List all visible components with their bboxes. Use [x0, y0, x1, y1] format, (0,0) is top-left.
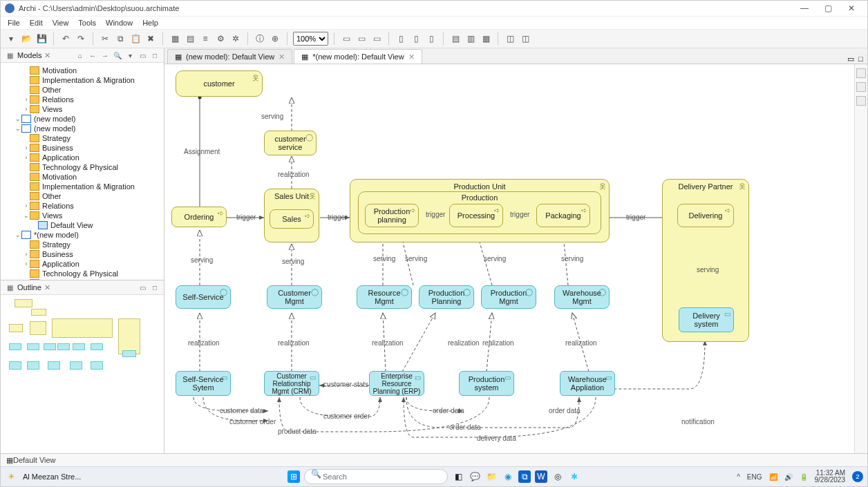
undo-icon[interactable]: ↶ [59, 32, 72, 45]
tree-item[interactable]: ›Business [1, 249, 164, 259]
maximize-button[interactable]: ▢ [816, 1, 840, 15]
close-button[interactable]: ✕ [840, 1, 863, 15]
menu-window[interactable]: Window [106, 19, 133, 27]
node-sales[interactable]: Sales➪ [270, 209, 314, 229]
tree-item[interactable]: Default View [1, 220, 164, 230]
tree-item[interactable]: ›Application [1, 259, 164, 269]
tree-item[interactable]: Other [1, 191, 164, 201]
open-icon[interactable]: 📂 [20, 32, 32, 45]
editor-max-icon[interactable]: □ [858, 55, 863, 64]
menu-view[interactable]: View [53, 19, 69, 27]
weather-text[interactable]: Al Meezan Stre... [23, 472, 81, 481]
minimize-button[interactable]: — [793, 1, 816, 15]
cut-icon[interactable]: ✂ [99, 32, 111, 45]
tab-0[interactable]: ▦ (new model): Default View ✕ [167, 49, 292, 64]
start-icon[interactable]: ⊞ [287, 470, 300, 483]
node-customer-mgmt[interactable]: Customer Mgmt◯ [267, 285, 322, 309]
menu-tools[interactable]: Tools [78, 19, 96, 27]
t6-icon[interactable]: ▯ [425, 32, 437, 45]
models-tree[interactable]: MotivationImplementation & MigrationOthe… [1, 63, 164, 280]
tree-item[interactable]: Other [1, 85, 164, 95]
copy-icon[interactable]: ⧉ [114, 32, 126, 45]
tree-item[interactable]: Motivation [1, 172, 164, 182]
tab-0-close-icon[interactable]: ✕ [279, 52, 285, 61]
weather-icon[interactable]: ☀ [5, 470, 17, 483]
store-icon[interactable]: ⧉ [518, 470, 531, 483]
t10-icon[interactable]: ◫ [504, 32, 516, 45]
node-delivery-system[interactable]: Delivery system▭ [679, 307, 734, 332]
outline-max-icon[interactable]: □ [150, 283, 160, 292]
tree-item[interactable]: Strategy [1, 240, 164, 249]
tree-item[interactable]: Implementation & Migration [1, 182, 164, 191]
palette[interactable] [854, 64, 867, 453]
node-self-service[interactable]: Self-Service◯ [176, 285, 231, 309]
delete-icon[interactable]: ✖ [144, 32, 157, 45]
node-crm[interactable]: Customer Relationship Mgmt (CRM)▭ [264, 371, 319, 396]
menu-file[interactable]: File [8, 19, 20, 27]
tab-1-close-icon[interactable]: ✕ [408, 52, 415, 61]
tree-item[interactable]: Strategy [1, 133, 164, 143]
explorer-icon[interactable]: 📁 [485, 470, 498, 483]
tray-wifi-icon[interactable]: 📶 [769, 473, 777, 481]
t8-icon[interactable]: ▥ [464, 32, 477, 45]
tree-item[interactable]: ⌄(new model) [1, 124, 164, 133]
edge-icon[interactable]: ◉ [502, 470, 514, 483]
node-prod-planning-svc[interactable]: Production Planning◯ [419, 285, 474, 309]
node-customer-service[interactable]: customer service◯ [264, 131, 317, 155]
new-icon[interactable]: ▾ [5, 32, 17, 45]
save-icon[interactable]: 💾 [35, 32, 48, 45]
node-resource-mgmt[interactable]: Resource Mgmt◯ [357, 285, 412, 309]
palette-item[interactable] [856, 68, 866, 78]
node-prod-system[interactable]: Production system▭ [459, 371, 514, 396]
max-panel-icon[interactable]: □ [150, 50, 160, 60]
tree-item[interactable]: ⌄Views [1, 211, 164, 220]
min-panel-icon[interactable]: ▭ [138, 50, 147, 60]
home-icon[interactable]: ⌂ [75, 50, 85, 60]
chat-icon[interactable]: 💬 [469, 470, 481, 483]
t1-icon[interactable]: ▭ [340, 32, 352, 45]
app-icon[interactable]: ✱ [568, 470, 581, 483]
outline-min-icon[interactable]: ▭ [138, 283, 147, 292]
node-customer[interactable]: customer옷 [176, 70, 263, 97]
t2-icon[interactable]: ▭ [355, 32, 368, 45]
tree-item[interactable]: Technology & Physical [1, 162, 164, 172]
snap-icon[interactable]: ▤ [184, 32, 196, 45]
redo-icon[interactable]: ↷ [75, 32, 87, 45]
node-production-planning[interactable]: Production planning➪ [365, 204, 419, 227]
tray-volume-icon[interactable]: 🔊 [784, 473, 793, 481]
node-warehouse-mgmt[interactable]: Warehouse Mgmt◯ [554, 285, 610, 309]
tree-item[interactable]: Implementation & Migration [1, 75, 164, 85]
node-processing[interactable]: Processing➪ [449, 204, 503, 227]
outline-minimap[interactable] [1, 295, 164, 453]
menu-help[interactable]: Help [142, 19, 158, 27]
outline-close-icon[interactable]: ✕ [44, 283, 50, 292]
tray-chevron-icon[interactable]: ^ [737, 473, 740, 481]
paste-icon[interactable]: 📋 [129, 32, 142, 45]
tree-item[interactable]: ›Views [1, 104, 164, 114]
taskbar-search[interactable]: ⊞ 🔍 ◧ 💬 📁 ◉ ⧉ W ◎ ✱ [287, 469, 581, 484]
t5-icon[interactable]: ▯ [410, 32, 422, 45]
grid-icon[interactable]: ▦ [169, 32, 181, 45]
tree-item[interactable]: ›Business [1, 143, 164, 153]
info-icon[interactable]: ⓘ [254, 32, 266, 45]
t4-icon[interactable]: ▯ [395, 32, 407, 45]
tree-item[interactable]: ⌄*(new model) [1, 230, 164, 240]
node-self-service-sys[interactable]: Self-Service Sytem▭ [176, 371, 231, 396]
tree-item[interactable]: ⌄(new model) [1, 114, 164, 124]
node-prod-mgmt[interactable]: Production Mgmt◯ [481, 285, 536, 309]
t11-icon[interactable]: ◫ [519, 32, 531, 45]
editor-min-icon[interactable]: ▭ [847, 55, 854, 64]
chrome-icon[interactable]: ◎ [551, 470, 564, 483]
node-ordering[interactable]: Ordering➪ [171, 207, 227, 227]
node-delivering[interactable]: Delivering➪ [677, 204, 734, 227]
node-erp[interactable]: Enterprise Resource Planning (ERP)▭ [369, 371, 424, 396]
diagram-canvas[interactable]: customer옷 customer service◯ Ordering➪ Sa… [164, 64, 854, 453]
zoom-select[interactable]: 100% [293, 32, 328, 46]
taskview-icon[interactable]: ◧ [452, 470, 464, 483]
models-close-icon[interactable]: ✕ [44, 51, 50, 60]
tree-item[interactable]: ›Application [1, 153, 164, 162]
t3-icon[interactable]: ▭ [370, 32, 383, 45]
word-icon[interactable]: W [535, 470, 547, 483]
align-icon[interactable]: ≡ [199, 32, 211, 45]
tray-lang[interactable]: ENG [747, 473, 762, 481]
